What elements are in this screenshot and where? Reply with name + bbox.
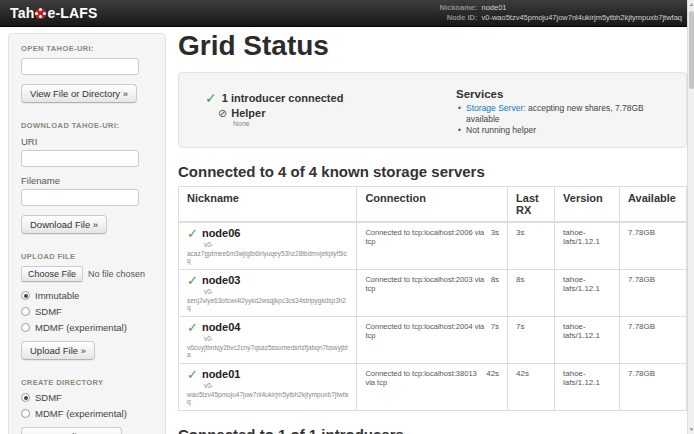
view-file-button[interactable]: View File or Directory »	[21, 84, 137, 103]
helper-service-text: Not running helper	[466, 125, 536, 135]
helper-disabled-icon: ⊘	[218, 107, 227, 119]
col-nickname: Nickname	[179, 187, 357, 223]
upload-file-section: UPLOAD FILE Choose File No file chosen I…	[21, 252, 153, 360]
dir-format-mdmf[interactable]: MDMF (experimental)	[21, 408, 153, 419]
upload-format-sdmf[interactable]: SDMF	[21, 306, 153, 317]
node-nickname: node06	[202, 228, 241, 239]
radio-sdmf-label: SDMF	[35, 306, 62, 317]
radio-dir-mdmf-icon[interactable]	[21, 409, 30, 418]
version-cell: tahoe-lafs/1.12.1	[555, 364, 620, 411]
no-file-chosen-text: No file chosen	[88, 269, 145, 279]
node-id-prefix: v0-	[204, 288, 348, 295]
nickname-cell: ✓node03 v0- senj2viye63ofcwi4i2yykd2wsqj…	[179, 270, 357, 317]
connection-text: Connected to tcp:localhost:38013 via tcp	[365, 369, 482, 387]
radio-sdmf-icon[interactable]	[21, 307, 30, 316]
introducer-check-icon: ✓	[205, 92, 217, 105]
last-rx-cell: 8s	[508, 270, 555, 317]
page-title: Grid Status	[178, 30, 687, 62]
connected-check-icon: ✓	[187, 275, 198, 287]
col-version: Version	[555, 187, 620, 223]
open-uri-label: OPEN TAHOE-URI:	[21, 44, 153, 53]
upload-format-mdmf[interactable]: MDMF (experimental)	[21, 322, 153, 333]
col-connection: Connection	[357, 187, 508, 223]
col-available: Available	[620, 187, 687, 223]
services-column: Services Storage Server: accepting new s…	[456, 86, 668, 134]
helper-label: Helper	[231, 107, 265, 119]
upload-file-button[interactable]: Upload File »	[21, 341, 95, 360]
storage-server-link[interactable]: Storage Server:	[466, 103, 526, 113]
status-summary-panel: ✓ 1 introducer connected ⊘ Helper None S…	[178, 72, 687, 148]
available-cell: 7.78GB	[620, 317, 687, 364]
node-id-hash: acaz7gptmee6m3wjiglb6irlyuqey53hz28tbdmv…	[187, 250, 348, 264]
radio-mdmf-icon[interactable]	[21, 323, 30, 332]
radio-dir-sdmf-label: SDMF	[35, 392, 62, 403]
node-id-prefix: v0-	[204, 335, 348, 342]
download-uri-label: DOWNLOAD TAHOE-URI:	[21, 121, 153, 130]
vertical-scrollbar[interactable]: ▲ ▼	[687, 0, 694, 434]
nickname-value: node01	[481, 3, 506, 13]
radio-immutable-label: Immutable	[35, 290, 79, 301]
introducer-status-text: 1 introducer connected	[222, 92, 344, 104]
main-content: Grid Status ✓ 1 introducer connected ⊘ H…	[178, 28, 687, 434]
nickname-cell: ✓node01 v0- wao5tzv45pmoju47jow7nl4ukirj…	[179, 364, 357, 411]
storage-servers-table: Nickname Connection Last RX Version Avai…	[178, 186, 687, 411]
helper-value: None	[233, 120, 456, 127]
available-cell: 7.78GB	[620, 270, 687, 317]
last-rx-cell: 7s	[508, 317, 555, 364]
node-nickname: node04	[202, 322, 241, 333]
download-file-button[interactable]: Download File »	[21, 215, 107, 234]
node-nickname: node01	[202, 369, 241, 380]
status-left-column: ✓ 1 introducer connected ⊘ Helper None	[197, 86, 456, 134]
radio-mdmf-label: MDMF (experimental)	[35, 322, 127, 333]
version-cell: tahoe-lafs/1.12.1	[555, 222, 620, 270]
node-meta: Nickname: node01 Node ID: v0-wao5tzv45pm…	[425, 3, 682, 23]
connection-text: Connected to tcp:localhost:2006 via tcp	[365, 228, 486, 246]
introducers-heading: Connected to 1 of 1 introducers	[178, 426, 687, 434]
services-list: Storage Server: accepting new shares, 7.…	[456, 103, 668, 136]
download-uri-section: DOWNLOAD TAHOE-URI: URI Filename Downloa…	[21, 121, 153, 234]
node-nickname: node03	[202, 275, 241, 286]
logo-text-post: e-LAFS	[47, 5, 97, 21]
node-id-hash: wao5tzv45pmoju47jow7nl4ukirjm5ytbh2kjtym…	[187, 391, 348, 405]
connection-cell: Connected to tcp:localhost:2004 via tcp7…	[357, 317, 508, 364]
storage-servers-heading: Connected to 4 of 4 known storage server…	[178, 163, 687, 180]
scroll-down-icon[interactable]: ▼	[688, 425, 694, 434]
storage-table-header: Nickname Connection Last RX Version Avai…	[179, 187, 687, 223]
connection-time: 42s	[486, 369, 499, 387]
sidebar: OPEN TAHOE-URI: View File or Directory »…	[8, 33, 166, 434]
tahoe-lafs-logo: Tahe-LAFS	[10, 5, 98, 21]
connection-cell: Connected to tcp:localhost:38013 via tcp…	[357, 364, 508, 411]
node-id-label: Node ID:	[425, 13, 477, 23]
version-cell: tahoe-lafs/1.12.1	[555, 270, 620, 317]
logo-text-pre: Tah	[10, 5, 34, 21]
open-uri-input[interactable]	[21, 58, 139, 75]
connection-text: Connected to tcp:localhost:2004 via tcp	[365, 322, 486, 340]
scroll-up-icon[interactable]: ▲	[688, 0, 694, 9]
nickname-cell: ✓node06 v0- acaz7gptmee6m3wjiglb6irlyuqe…	[179, 222, 357, 270]
download-filename-input[interactable]	[21, 189, 139, 206]
nickname-label: Nickname:	[425, 3, 477, 13]
dir-format-sdmf[interactable]: SDMF	[21, 392, 153, 403]
col-last-rx: Last RX	[508, 187, 555, 223]
available-cell: 7.78GB	[620, 222, 687, 270]
choose-file-button[interactable]: Choose File	[21, 266, 83, 282]
download-uri-input[interactable]	[21, 150, 139, 167]
service-item-helper: Not running helper	[456, 125, 668, 136]
node-id-prefix: v0-	[204, 382, 348, 389]
upload-format-immutable[interactable]: Immutable	[21, 290, 153, 301]
scrollbar-thumb[interactable]	[689, 11, 694, 89]
radio-dir-mdmf-label: MDMF (experimental)	[35, 408, 127, 419]
connection-text: Connected to tcp:localhost:2003 via tcp	[365, 275, 486, 293]
service-item-storage: Storage Server: accepting new shares, 7.…	[456, 103, 668, 125]
tahoe-flower-icon	[35, 8, 46, 19]
top-bar: Tahe-LAFS Nickname: node01 Node ID: v0-w…	[0, 0, 694, 27]
uri-field-label: URI	[21, 136, 153, 147]
connection-cell: Connected to tcp:localhost:2003 via tcp8…	[357, 270, 508, 317]
create-directory-button[interactable]: Create a directory »	[21, 427, 122, 434]
radio-immutable-icon[interactable]	[21, 291, 30, 300]
upload-file-label: UPLOAD FILE	[21, 252, 153, 261]
table-row: ✓node03 v0- senj2viye63ofcwi4i2yykd2wsqj…	[179, 270, 687, 317]
radio-dir-sdmf-icon[interactable]	[21, 393, 30, 402]
connection-cell: Connected to tcp:localhost:2006 via tcp3…	[357, 222, 508, 270]
node-id-hash: senj2viye63ofcwi4i2yykd2wsqjkpc3cs34strl…	[187, 297, 348, 311]
